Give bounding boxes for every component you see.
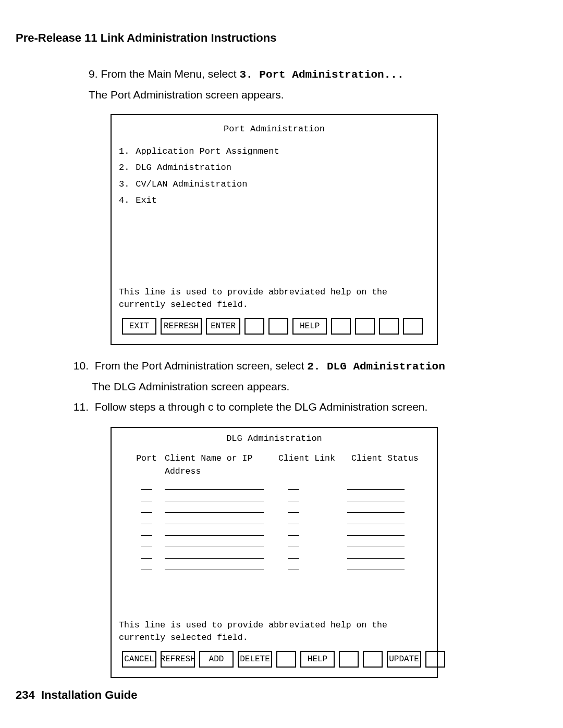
table-row bbox=[128, 490, 430, 501]
col-client: Client Name or IP Address bbox=[165, 452, 269, 478]
terminal-title: Port Administration bbox=[119, 122, 430, 136]
step-11: 11. Follow steps a through c to complete… bbox=[89, 399, 485, 415]
client-field[interactable] bbox=[165, 527, 264, 536]
terminal-title: DLG Administration bbox=[119, 432, 430, 446]
status-field bbox=[347, 538, 405, 547]
step-text: From the Port Administration screen, sel… bbox=[95, 360, 307, 372]
link-field[interactable] bbox=[288, 561, 299, 570]
link-field[interactable] bbox=[288, 527, 299, 536]
port-field[interactable] bbox=[141, 550, 152, 559]
port-field[interactable] bbox=[141, 492, 152, 501]
status-field bbox=[347, 481, 405, 490]
port-admin-screen: Port Administration 1. Application Port … bbox=[111, 114, 438, 345]
port-field[interactable] bbox=[141, 561, 152, 570]
refresh-button[interactable]: REFRESH bbox=[161, 318, 202, 335]
step-body: The DLG Administration screen appears. bbox=[92, 378, 485, 395]
update-button[interactable]: UPDATE bbox=[387, 651, 421, 668]
client-field[interactable] bbox=[165, 561, 264, 570]
status-field bbox=[347, 550, 405, 559]
port-field[interactable] bbox=[141, 527, 152, 536]
step-number: 10. bbox=[72, 357, 92, 374]
blank-button[interactable] bbox=[276, 651, 296, 668]
col-port: Port bbox=[128, 452, 165, 478]
menu-item[interactable]: 1. Application Port Assignment bbox=[119, 143, 430, 160]
table-row bbox=[128, 547, 430, 559]
help-button[interactable]: HELP bbox=[300, 651, 335, 668]
table-row bbox=[128, 524, 430, 536]
link-field[interactable] bbox=[288, 481, 299, 490]
client-field[interactable] bbox=[165, 515, 264, 524]
client-field[interactable] bbox=[165, 481, 264, 490]
page-number: 234 bbox=[16, 688, 35, 701]
step-mono: 2. DLG Administration bbox=[307, 361, 445, 373]
blank-button[interactable] bbox=[403, 318, 423, 335]
client-field[interactable] bbox=[165, 550, 264, 559]
cancel-button[interactable]: CANCEL bbox=[122, 651, 156, 668]
link-field[interactable] bbox=[288, 550, 299, 559]
menu-list: 1. Application Port Assignment 2. DLG Ad… bbox=[119, 143, 430, 209]
status-field bbox=[347, 527, 405, 536]
table-row bbox=[128, 536, 430, 547]
client-field[interactable] bbox=[165, 504, 264, 513]
table-row bbox=[128, 501, 430, 513]
step-9: 9. From the Main Menu, select 3. Port Ad… bbox=[89, 66, 485, 103]
exit-button[interactable]: EXIT bbox=[122, 318, 156, 335]
blank-button[interactable] bbox=[363, 651, 383, 668]
page-footer: 234 Installation Guide bbox=[16, 688, 138, 702]
step-body: The Port Administration screen appears. bbox=[89, 87, 485, 103]
content-body: 9. From the Main Menu, select 3. Port Ad… bbox=[89, 66, 485, 678]
port-field[interactable] bbox=[141, 504, 152, 513]
blank-button[interactable] bbox=[355, 318, 375, 335]
delete-button[interactable]: DELETE bbox=[238, 651, 272, 668]
button-row: EXIT REFRESH ENTER HELP bbox=[122, 318, 430, 335]
status-field bbox=[347, 492, 405, 501]
help-line: This line is used to provide abbreviated… bbox=[119, 619, 430, 645]
status-field bbox=[347, 504, 405, 513]
help-button[interactable]: HELP bbox=[292, 318, 327, 335]
menu-item[interactable]: 3. CV/LAN Administration bbox=[119, 176, 430, 193]
blank-button[interactable] bbox=[244, 318, 264, 335]
blank-button[interactable] bbox=[331, 318, 351, 335]
step-mono: 3. Port Administration... bbox=[239, 69, 403, 81]
refresh-button[interactable]: REFRESH bbox=[161, 651, 195, 668]
link-field[interactable] bbox=[288, 504, 299, 513]
add-button[interactable]: ADD bbox=[199, 651, 234, 668]
client-field[interactable] bbox=[165, 492, 264, 501]
footer-label: Installation Guide bbox=[41, 688, 138, 701]
step-number: 11. bbox=[72, 399, 92, 415]
link-field[interactable] bbox=[288, 515, 299, 524]
port-field[interactable] bbox=[141, 515, 152, 524]
step-text: From the Main Menu, select bbox=[101, 68, 239, 80]
blank-button[interactable] bbox=[268, 318, 288, 335]
menu-item[interactable]: 2. DLG Administration bbox=[119, 159, 430, 176]
step-10: 10. From the Port Administration screen,… bbox=[89, 357, 485, 394]
blank-button[interactable] bbox=[379, 318, 399, 335]
table-row bbox=[128, 513, 430, 524]
status-field bbox=[347, 561, 405, 570]
table-row bbox=[128, 559, 430, 570]
table-rows bbox=[119, 478, 430, 570]
blank-button[interactable] bbox=[339, 651, 359, 668]
link-field[interactable] bbox=[288, 492, 299, 501]
document-header: Pre-Release 11 Link Administration Instr… bbox=[16, 31, 547, 45]
port-field[interactable] bbox=[141, 538, 152, 547]
dlg-admin-screen: DLG Administration Port Client Name or I… bbox=[111, 427, 438, 678]
table-row bbox=[128, 478, 430, 490]
blank-button[interactable] bbox=[425, 651, 445, 668]
col-link: Client Link bbox=[269, 452, 336, 478]
table-header: Port Client Name or IP Address Client Li… bbox=[119, 452, 430, 478]
step-number: 9. bbox=[89, 68, 98, 80]
status-field bbox=[347, 515, 405, 524]
port-field[interactable] bbox=[141, 481, 152, 490]
client-field[interactable] bbox=[165, 538, 264, 547]
help-line: This line is used to provide abbreviated… bbox=[119, 286, 430, 312]
step-text: Follow steps a through c to complete the… bbox=[95, 401, 427, 413]
enter-button[interactable]: ENTER bbox=[206, 318, 240, 335]
menu-item[interactable]: 4. Exit bbox=[119, 192, 430, 209]
button-row: CANCEL REFRESH ADD DELETE HELP UPDATE bbox=[122, 651, 430, 668]
link-field[interactable] bbox=[288, 538, 299, 547]
col-status: Client Status bbox=[336, 452, 430, 478]
